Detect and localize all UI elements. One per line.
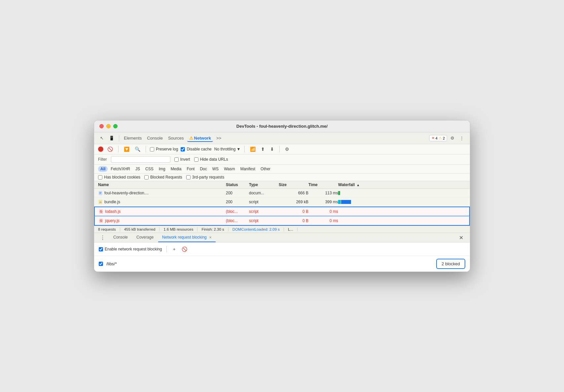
type-filter-wasm[interactable]: Wasm <box>222 166 237 172</box>
network-tab[interactable]: ⚠ Network <box>187 134 213 142</box>
download-button[interactable]: ⬇ <box>269 146 275 152</box>
bottom-panel: ⋮ Console Coverage Network request block… <box>94 233 470 272</box>
tab-close-icon[interactable]: ✕ <box>209 236 212 239</box>
settings-icon: ⚙ <box>285 147 289 152</box>
header-name[interactable]: Name <box>98 182 226 187</box>
header-size[interactable]: Size <box>279 182 308 187</box>
blocked-requests-checkbox[interactable] <box>144 175 149 180</box>
pattern-checkbox[interactable] <box>99 262 103 266</box>
warning-icon: ⚠ <box>189 136 193 141</box>
third-party-label[interactable]: 3rd-party requests <box>186 175 224 180</box>
title-bar: DevTools - foul-heavenly-direction.glitc… <box>94 120 470 132</box>
coverage-tab[interactable]: Coverage <box>132 233 158 242</box>
filter-icon-button[interactable]: 🔽 <box>123 146 131 152</box>
disable-cache-label[interactable]: Disable cache <box>181 147 211 151</box>
row-type: script <box>249 218 279 223</box>
hide-data-urls-checkbox[interactable] <box>194 157 198 162</box>
enable-blocking-checkbox[interactable] <box>99 247 103 251</box>
blocking-sep <box>166 246 167 252</box>
header-type[interactable]: Type <box>249 182 279 187</box>
pattern-text: /libs/* <box>106 261 433 266</box>
header-status[interactable]: Status <box>226 182 249 187</box>
network-table: Name Status Type Size Time Waterfall ▲ f… <box>94 181 470 226</box>
type-filter-all[interactable]: All <box>98 166 108 172</box>
warning-icon: ⚠ <box>439 136 442 140</box>
type-filter-manifest[interactable]: Manifest <box>238 166 258 172</box>
panel-close-button[interactable]: ✕ <box>456 233 466 242</box>
blocked-script-icon <box>99 209 103 214</box>
row-time: 399 ms <box>308 200 338 204</box>
chevron-down-icon: ▼ <box>236 147 240 151</box>
third-party-checkbox[interactable] <box>186 175 191 180</box>
console-tab[interactable]: Console <box>145 134 165 142</box>
more-options-button[interactable]: ⋮ <box>458 134 466 142</box>
type-filter-media[interactable]: Media <box>168 166 184 172</box>
panel-menu-icon[interactable]: ⋮ <box>98 233 107 242</box>
clear-patterns-button[interactable]: 🚫 <box>180 246 189 252</box>
row-waterfall <box>338 209 465 214</box>
console-bottom-tab[interactable]: Console <box>109 233 132 242</box>
row-time: 0 ms <box>308 218 338 223</box>
disable-cache-checkbox[interactable] <box>181 147 185 151</box>
type-filter-ws[interactable]: WS <box>210 166 221 172</box>
blocked-requests-label[interactable]: Blocked Requests <box>144 175 182 180</box>
row-type: docum... <box>249 191 279 195</box>
hide-data-urls-label[interactable]: Hide data URLs <box>194 157 228 162</box>
more-tabs-button[interactable]: >> <box>214 134 223 142</box>
type-filter-img[interactable]: Img <box>157 166 168 172</box>
table-row-blocked-lodash[interactable]: lodash.js (bloc... script 0 B 0 ms <box>94 207 470 216</box>
header-waterfall[interactable]: Waterfall ▲ <box>338 182 466 187</box>
row-type: script <box>249 209 279 214</box>
script-icon: JS <box>98 200 103 204</box>
type-filter-other[interactable]: Other <box>258 166 273 172</box>
invert-label[interactable]: Invert <box>174 157 190 162</box>
upload-button[interactable]: ⬆ <box>260 146 266 152</box>
enable-blocking-label[interactable]: Enable network request blocking <box>99 247 162 251</box>
sources-tab[interactable]: Sources <box>166 134 186 142</box>
network-toolbar-sep4 <box>279 146 280 152</box>
pointer-tool-button[interactable]: ↖ <box>98 134 106 142</box>
preserve-log-checkbox[interactable] <box>150 147 154 151</box>
table-row-blocked-jquery[interactable]: jquery.js (bloc... script 0 B 0 ms <box>94 216 470 226</box>
row-waterfall <box>338 199 466 205</box>
type-filter-fetch-xhr[interactable]: Fetch/XHR <box>108 166 132 172</box>
maximize-button[interactable] <box>113 124 118 128</box>
has-blocked-cookies-checkbox[interactable] <box>98 175 102 180</box>
type-filter-doc[interactable]: Doc <box>197 166 209 172</box>
more-icon: ⋮ <box>460 136 464 141</box>
row-size: 269 kB <box>279 200 308 204</box>
transferred-size: 455 kB transferred <box>120 227 160 231</box>
pointer-icon: ↖ <box>100 136 104 141</box>
record-button[interactable] <box>98 147 103 152</box>
blocked-badge: 2 blocked <box>436 259 465 269</box>
minimize-button[interactable] <box>106 124 111 128</box>
throttle-selector[interactable]: No throttling ▼ <box>214 147 241 151</box>
type-filter-css[interactable]: CSS <box>143 166 156 172</box>
blocking-row[interactable]: /libs/* 2 blocked <box>94 256 470 272</box>
table-row[interactable]: foul-heavenly-direction.... 200 docum...… <box>94 189 470 198</box>
filter-input[interactable] <box>111 156 170 163</box>
error-count: 4 <box>436 136 438 140</box>
header-time[interactable]: Time <box>308 182 338 187</box>
elements-tab[interactable]: Elements <box>122 134 144 142</box>
invert-checkbox[interactable] <box>174 157 179 162</box>
preserve-log-label[interactable]: Preserve log <box>150 147 178 151</box>
row-status: (bloc... <box>226 209 249 214</box>
row-size: 0 B <box>279 218 308 223</box>
type-filter-font[interactable]: Font <box>184 166 197 172</box>
search-button[interactable]: 🔍 <box>133 146 142 152</box>
window-title: DevTools - foul-heavenly-direction.glitc… <box>236 124 328 129</box>
blocked-script-icon2 <box>99 218 103 223</box>
add-pattern-button[interactable]: + <box>171 246 177 252</box>
table-row[interactable]: JS bundle.js 200 script 269 kB 399 ms <box>94 198 470 207</box>
type-filter-js[interactable]: JS <box>133 166 142 172</box>
network-settings-button[interactable]: ⚙ <box>284 146 291 152</box>
close-button[interactable] <box>99 124 104 128</box>
has-blocked-cookies-label[interactable]: Has blocked cookies <box>98 175 140 180</box>
devtools-window: DevTools - foul-heavenly-direction.glitc… <box>94 120 470 272</box>
device-toolbar-button[interactable]: 📱 <box>107 134 116 142</box>
clear-button[interactable]: 🚫 <box>106 146 114 152</box>
wifi-icon-button[interactable]: 📶 <box>249 146 257 152</box>
network-request-blocking-tab[interactable]: Network request blocking ✕ <box>158 233 216 242</box>
settings-button[interactable]: ⚙ <box>448 134 456 142</box>
